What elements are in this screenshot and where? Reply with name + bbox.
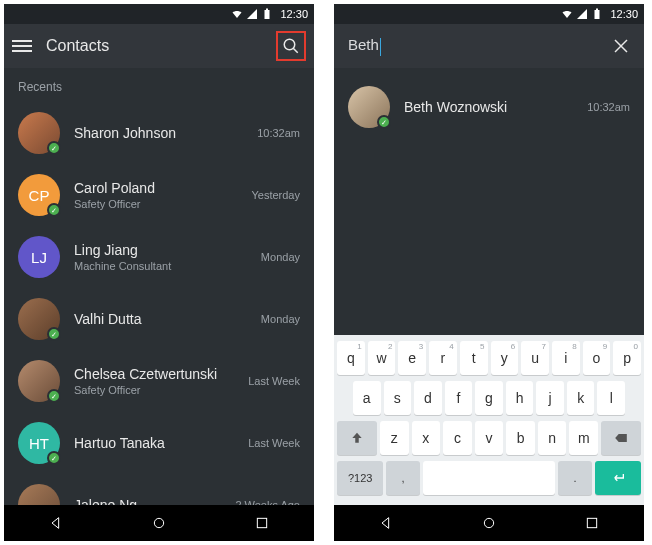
shift-icon [350,431,364,445]
key-c[interactable]: c [443,421,472,455]
key-r[interactable]: r4 [429,341,457,375]
contact-time: 10:32am [257,127,300,139]
key-fn back[interactable] [601,421,641,455]
presence-badge [47,141,61,155]
device-search: 12:30 Beth Beth Woznowski10:32am q1w2e3r… [334,4,644,541]
key-enter[interactable] [595,461,641,495]
enter-icon [610,470,626,486]
key-?123[interactable]: ?123 [337,461,383,495]
avatar: CP [18,174,60,216]
key-s[interactable]: s [384,381,412,415]
recents-icon[interactable] [584,515,600,531]
contact-subtitle: Machine Consultant [74,260,247,272]
contact-name: Beth Woznowski [404,99,573,115]
avatar [348,86,390,128]
back-icon[interactable] [378,515,394,531]
contacts-list[interactable]: Recents Sharon Johnson10:32amCPCarol Pol… [4,68,314,505]
clear-search-button[interactable] [606,31,636,61]
backspace-icon [614,431,628,445]
search-icon [282,37,300,55]
key-z[interactable]: z [380,421,409,455]
avatar: HT [18,422,60,464]
key-d[interactable]: d [414,381,442,415]
contact-row[interactable]: LJLing JiangMachine ConsultantMonday [4,226,314,288]
search-button[interactable] [276,31,306,61]
key-q[interactable]: q1 [337,341,365,375]
contact-subtitle: Safety Officer [74,384,234,396]
battery-icon [261,8,273,20]
key-v[interactable]: v [475,421,504,455]
search-results[interactable]: Beth Woznowski10:32am [334,68,644,335]
home-icon[interactable] [481,515,497,531]
android-nav-bar [4,505,314,541]
contact-time: Monday [261,313,300,325]
presence-badge [377,115,391,129]
contact-row[interactable]: Valhi DuttaMonday [4,288,314,350]
contact-time: Monday [261,251,300,263]
battery-icon [591,8,603,20]
contact-time: 10:32am [587,101,630,113]
contact-name: Valhi Dutta [74,311,247,327]
key-t[interactable]: t5 [460,341,488,375]
contact-time: Yesterday [251,189,300,201]
key-p[interactable]: p0 [613,341,641,375]
svg-line-1 [293,48,298,53]
menu-button[interactable] [12,37,32,55]
signal-icon [576,8,588,20]
home-icon[interactable] [151,515,167,531]
key-g[interactable]: g [475,381,503,415]
clock: 12:30 [610,8,638,20]
svg-point-2 [154,518,163,527]
key-o[interactable]: o9 [583,341,611,375]
contact-row[interactable]: CPCarol PolandSafety OfficerYesterday [4,164,314,226]
contact-time: Last Week [248,437,300,449]
key-n[interactable]: n [538,421,567,455]
key-x[interactable]: x [412,421,441,455]
key-f[interactable]: f [445,381,473,415]
key-u[interactable]: u7 [521,341,549,375]
presence-badge [47,389,61,403]
contact-row[interactable]: Beth Woznowski10:32am [334,76,644,138]
contact-row[interactable]: Jalene Ng2 Weeks Ago [4,474,314,505]
back-icon[interactable] [48,515,64,531]
key-m[interactable]: m [569,421,598,455]
soft-keyboard: q1w2e3r4t5y6u7i8o9p0 asdfghjkl zxcvbnm ?… [334,335,644,505]
svg-point-8 [484,518,493,527]
contact-row[interactable]: Chelsea CzetwertunskiSafety OfficerLast … [4,350,314,412]
text-cursor [380,38,382,56]
page-title: Contacts [46,37,262,55]
key-a[interactable]: a [353,381,381,415]
contact-name: Chelsea Czetwertunski [74,366,234,382]
key-k[interactable]: k [567,381,595,415]
key-i[interactable]: i8 [552,341,580,375]
key-space[interactable] [423,461,556,495]
key-e[interactable]: e3 [398,341,426,375]
svg-rect-3 [258,518,267,527]
recents-icon[interactable] [254,515,270,531]
contact-name: Jalene Ng [74,497,221,505]
key-h[interactable]: h [506,381,534,415]
key-w[interactable]: w2 [368,341,396,375]
svg-point-0 [284,39,295,50]
avatar [18,484,60,505]
key-b[interactable]: b [506,421,535,455]
app-bar: Contacts [4,24,314,68]
contact-subtitle: Safety Officer [74,198,237,210]
wifi-icon [561,8,573,20]
contact-row[interactable]: HTHartuo TanakaLast Week [4,412,314,474]
avatar: LJ [18,236,60,278]
wifi-icon [231,8,243,20]
key-l[interactable]: l [597,381,625,415]
avatar [18,298,60,340]
search-input[interactable]: Beth [342,36,606,55]
clock: 12:30 [280,8,308,20]
device-contacts: 12:30 Contacts Recents Sharon Johnson10:… [4,4,314,541]
key-y[interactable]: y6 [491,341,519,375]
contact-row[interactable]: Sharon Johnson10:32am [4,102,314,164]
key-,[interactable]: , [386,461,419,495]
key-.[interactable]: . [558,461,591,495]
key-fn shift[interactable] [337,421,377,455]
status-bar: 12:30 [4,4,314,24]
key-j[interactable]: j [536,381,564,415]
avatar [18,112,60,154]
